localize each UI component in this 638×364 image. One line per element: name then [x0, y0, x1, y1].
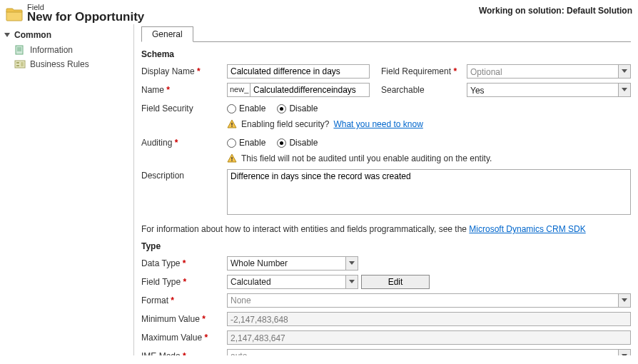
svg-rect-11: [231, 160, 232, 161]
chevron-down-icon: [4, 33, 10, 37]
rules-icon: [14, 59, 26, 69]
header-bar: Field New for Opportunity Working on sol…: [0, 0, 638, 24]
sdk-info-line: For information about how to interact wi…: [141, 224, 631, 234]
content-pane: General Schema Display Name Field Requir…: [134, 24, 638, 355]
minimum-value-label: Minimum Value: [141, 314, 227, 324]
sidebar-item-information[interactable]: Information: [3, 43, 133, 57]
ime-mode-select[interactable]: auto: [227, 349, 631, 355]
description-label: Description: [141, 169, 227, 181]
field-type-select[interactable]: Calculated: [227, 275, 358, 289]
field-security-enable-radio[interactable]: Enable: [227, 103, 265, 113]
title-block: Field New for Opportunity: [27, 3, 144, 24]
document-icon: [14, 45, 26, 55]
name-prefix: new_: [227, 83, 250, 97]
chevron-down-icon: [618, 65, 630, 78]
sidebar: Common Information Business Rules: [0, 24, 134, 355]
sidebar-item-business-rules[interactable]: Business Rules: [3, 57, 133, 71]
auditing-enable-radio[interactable]: Enable: [227, 138, 265, 148]
edit-button[interactable]: Edit: [361, 275, 430, 289]
svg-rect-0: [16, 46, 23, 54]
ime-mode-label: IME Mode: [141, 351, 227, 355]
tab-general[interactable]: General: [141, 26, 193, 42]
searchable-select[interactable]: Yes: [467, 83, 631, 97]
svg-rect-10: [231, 157, 232, 160]
field-requirement-label: Field Requirement: [381, 66, 467, 76]
sidebar-group-common[interactable]: Common: [3, 29, 133, 43]
field-security-disable-radio[interactable]: Disable: [277, 103, 318, 113]
format-select[interactable]: None: [227, 293, 631, 308]
chevron-down-icon: [618, 294, 630, 307]
auditing-disable-radio[interactable]: Disable: [277, 138, 318, 148]
maximum-value-readonly: 2,147,483,647: [227, 330, 631, 345]
svg-rect-5: [16, 62, 19, 64]
field-type-label: Field Type: [141, 277, 227, 287]
sidebar-item-label: Business Rules: [30, 59, 89, 69]
display-name-input[interactable]: [227, 64, 370, 79]
chevron-down-icon: [618, 350, 630, 355]
chevron-down-icon: [345, 257, 358, 270]
name-label: Name: [141, 85, 227, 95]
svg-rect-8: [231, 123, 232, 126]
field-security-label: Field Security: [141, 103, 227, 113]
sidebar-item-label: Information: [30, 45, 73, 55]
chevron-down-icon: [345, 275, 358, 288]
maximum-value-label: Maximum Value: [141, 333, 227, 343]
warning-icon: [227, 153, 237, 163]
field-security-warning: Enabling field security? What you need t…: [227, 119, 631, 129]
svg-rect-7: [21, 62, 24, 66]
page-title: New for Opportunity: [27, 10, 144, 24]
warning-icon: [227, 119, 237, 129]
svg-rect-9: [231, 126, 232, 126]
format-label: Format: [141, 295, 227, 305]
minimum-value-readonly: -2,147,483,648: [227, 312, 631, 326]
section-type-title: Type: [141, 241, 631, 251]
data-type-select[interactable]: Whole Number: [227, 256, 358, 271]
folder-icon: [6, 7, 23, 21]
field-security-help-link[interactable]: What you need to know: [333, 119, 422, 129]
auditing-warning: This field will not be audited until you…: [227, 153, 631, 163]
data-type-label: Data Type: [141, 258, 227, 268]
searchable-label: Searchable: [381, 85, 467, 95]
display-name-label: Display Name: [141, 66, 227, 76]
auditing-label: Auditing: [141, 138, 227, 148]
sdk-link[interactable]: Microsoft Dynamics CRM SDK: [469, 224, 585, 234]
svg-rect-6: [16, 65, 19, 66]
sidebar-group-label: Common: [14, 30, 51, 40]
solution-label: Working on solution: Default Solution: [479, 6, 632, 16]
description-input[interactable]: [227, 169, 631, 215]
name-input[interactable]: [250, 83, 370, 97]
tab-strip: General: [141, 26, 631, 42]
field-requirement-select[interactable]: Optional: [467, 64, 631, 79]
chevron-down-icon: [618, 84, 630, 96]
section-schema-title: Schema: [141, 49, 631, 59]
